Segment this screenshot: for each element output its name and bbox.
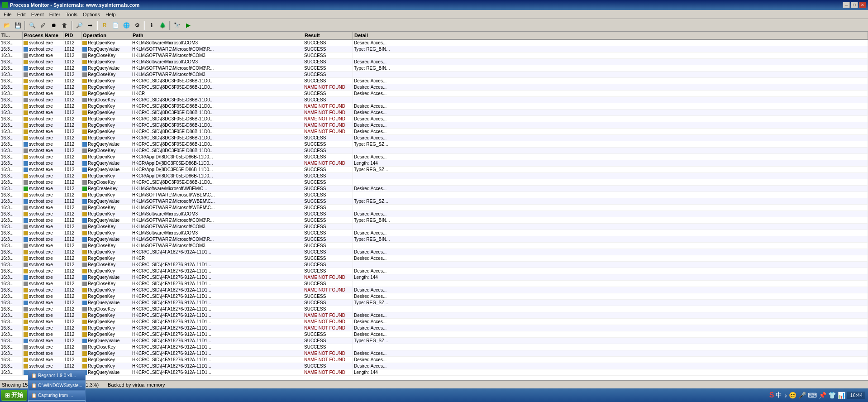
table-row[interactable]: 16:3... svchost.exe 1012 RegCloseKey HKC… bbox=[0, 306, 868, 312]
table-row[interactable]: 16:3... svchost.exe 1012 RegQueryValue H… bbox=[0, 236, 868, 243]
table-row[interactable]: 16:3... svchost.exe 1012 RegOpenKey HKCR… bbox=[0, 129, 868, 135]
table-row[interactable]: 16:3... svchost.exe 1012 RegOpenKey HKLM… bbox=[0, 230, 868, 236]
col-header-operation[interactable]: Operation bbox=[81, 32, 131, 39]
table-row[interactable]: 16:3... svchost.exe 1012 RegOpenKey HKCR… bbox=[0, 84, 868, 91]
open-button[interactable]: 📂 bbox=[2, 20, 12, 30]
table-row[interactable]: 16:3... svchost.exe 1012 RegOpenKey HKCR… bbox=[0, 293, 868, 300]
table-row[interactable]: 16:3... svchost.exe 1012 RegOpenKey HKLM… bbox=[0, 40, 868, 46]
table-row[interactable]: 16:3... svchost.exe 1012 RegCloseKey HKL… bbox=[0, 205, 868, 211]
table-row[interactable]: 16:3... svchost.exe 1012 RegCloseKey HKC… bbox=[0, 97, 868, 103]
table-row[interactable]: 16:3... svchost.exe 1012 RegOpenKey HKCR… bbox=[0, 78, 868, 84]
clear-button[interactable]: 🗑 bbox=[60, 20, 70, 30]
table-row[interactable]: 16:3... svchost.exe 1012 RegCloseKey HKL… bbox=[0, 224, 868, 230]
col-header-pid[interactable]: PID bbox=[63, 32, 81, 39]
highlight-button[interactable]: 🖊 bbox=[38, 20, 48, 30]
save-button[interactable]: 💾 bbox=[13, 20, 23, 30]
proc-filter-button[interactable]: ⚙ bbox=[132, 20, 142, 30]
table-row[interactable]: 16:3... svchost.exe 1012 RegOpenKey HKCR… bbox=[0, 116, 868, 122]
col-header-process[interactable]: Process Name bbox=[23, 32, 63, 39]
filter-button[interactable]: 🔍 bbox=[27, 20, 37, 30]
menu-item-event[interactable]: Event bbox=[29, 10, 47, 19]
minimize-button[interactable]: ─ bbox=[843, 2, 850, 8]
table-row[interactable]: 16:3... svchost.exe 1012 RegQueryValue H… bbox=[0, 274, 868, 281]
tray-icon-3[interactable]: 😊 bbox=[789, 392, 796, 399]
net-filter-button[interactable]: 🌐 bbox=[121, 20, 131, 30]
table-row[interactable]: 16:3... svchost.exe 1012 RegQueryValue H… bbox=[0, 198, 868, 205]
jump-button[interactable]: ➡ bbox=[85, 20, 95, 30]
tray-icon-5[interactable]: ⌨ bbox=[808, 392, 817, 399]
table-row[interactable]: 16:3... svchost.exe 1012 RegOpenKey HKCR… bbox=[0, 173, 868, 179]
table-row[interactable]: 16:3... svchost.exe 1012 RegOpenKey HKCR… bbox=[0, 325, 868, 331]
file-filter-button[interactable]: 📄 bbox=[110, 20, 120, 30]
taskbar-button[interactable]: 📋C:\WINDOWS\syste... bbox=[28, 380, 86, 390]
maximize-button[interactable]: □ bbox=[851, 2, 858, 8]
table-row[interactable]: 16:3... svchost.exe 1012 RegOpenKey HKCR… bbox=[0, 255, 868, 262]
table-row[interactable]: 16:3... svchost.exe 1012 RegQueryValue H… bbox=[0, 160, 868, 167]
table-row[interactable]: 16:3... svchost.exe 1012 RegCloseKey HKC… bbox=[0, 281, 868, 287]
col-header-detail[interactable]: Detail bbox=[353, 32, 868, 39]
table-row[interactable]: 16:3... svchost.exe 1012 RegQueryValue H… bbox=[0, 300, 868, 306]
table-row[interactable]: 16:3... svchost.exe 1012 RegOpenKey HKCR… bbox=[0, 135, 868, 141]
table-row[interactable]: 16:3... svchost.exe 1012 RegCloseKey HKL… bbox=[0, 243, 868, 249]
col-header-time[interactable]: Ti... bbox=[0, 32, 23, 39]
table-row[interactable]: 16:3... svchost.exe 1012 RegOpenKey HKCR… bbox=[0, 363, 868, 369]
start-button[interactable]: ⊞ 开始 bbox=[1, 390, 27, 401]
table-row[interactable]: 16:3... svchost.exe 1012 RegOpenKey HKCR… bbox=[0, 287, 868, 293]
table-row[interactable]: 16:3... svchost.exe 1012 RegOpenKey HKCR… bbox=[0, 331, 868, 338]
find-button[interactable]: 🔎 bbox=[74, 20, 84, 30]
menu-item-tools[interactable]: Tools bbox=[63, 10, 80, 19]
menu-item-file[interactable]: File bbox=[1, 10, 14, 19]
table-row[interactable]: 16:3... svchost.exe 1012 RegOpenKey HKCR… bbox=[0, 249, 868, 255]
table-row[interactable]: 16:3... svchost.exe 1012 RegQueryValue H… bbox=[0, 338, 868, 344]
taskbar-button[interactable]: 📋Capturing from ... bbox=[28, 390, 86, 400]
props-button[interactable]: ℹ bbox=[147, 20, 157, 30]
table-row[interactable]: 16:3... svchost.exe 1012 RegOpenKey HKCR… bbox=[0, 103, 868, 110]
menu-item-options[interactable]: Options bbox=[80, 10, 103, 19]
go-button[interactable]: ▶ bbox=[183, 20, 193, 30]
close-button[interactable]: ✕ bbox=[859, 2, 866, 8]
capture-button[interactable]: ⏺ bbox=[49, 20, 59, 30]
menu-item-edit[interactable]: Edit bbox=[14, 10, 29, 19]
menu-item-filter[interactable]: Filter bbox=[47, 10, 63, 19]
taskbar-button[interactable]: 📋Process Monitor -... bbox=[28, 400, 86, 402]
table-row[interactable]: 16:3... svchost.exe 1012 RegOpenKey HKLM… bbox=[0, 192, 868, 198]
table-row[interactable]: 16:3... svchost.exe 1012 RegOpenKey HKCR… bbox=[0, 319, 868, 325]
proc-tree-button[interactable]: 🌲 bbox=[157, 20, 167, 30]
tray-icon-6[interactable]: 📌 bbox=[819, 392, 826, 399]
tray-icon-2[interactable]: ♪ bbox=[784, 392, 787, 399]
tray-icon-7[interactable]: 👕 bbox=[828, 392, 836, 399]
table-row[interactable]: 16:3... svchost.exe 1012 RegOpenKey HKCR… bbox=[0, 154, 868, 160]
table-row[interactable]: 16:3... svchost.exe 1012 RegCloseKey HKC… bbox=[0, 344, 868, 350]
table-row[interactable]: 16:3... svchost.exe 1012 RegQueryValue H… bbox=[0, 141, 868, 148]
col-header-result[interactable]: Result bbox=[303, 32, 353, 39]
col-header-path[interactable]: Path bbox=[131, 32, 303, 39]
table-row[interactable]: 16:3... svchost.exe 1012 RegOpenKey HKCR… bbox=[0, 268, 868, 274]
table-row[interactable]: 16:3... svchost.exe 1012 RegCloseKey HKL… bbox=[0, 72, 868, 78]
table-row[interactable]: 16:3... svchost.exe 1012 RegCloseKey HKL… bbox=[0, 53, 868, 59]
sogou-icon[interactable]: S bbox=[769, 391, 774, 399]
table-row[interactable]: 16:3... svchost.exe 1012 RegQueryValue H… bbox=[0, 369, 868, 376]
table-row[interactable]: 16:3... svchost.exe 1012 RegCloseKey HKC… bbox=[0, 148, 868, 154]
binoculars-button[interactable]: 🔭 bbox=[172, 20, 182, 30]
tray-icon-4[interactable]: 🎤 bbox=[798, 392, 806, 399]
table-row[interactable]: 16:3... svchost.exe 1012 RegOpenKey HKLM… bbox=[0, 211, 868, 217]
table-row[interactable]: 16:3... svchost.exe 1012 RegCreateKey HK… bbox=[0, 186, 868, 192]
table-row[interactable]: 16:3... svchost.exe 1012 RegOpenKey HKCR… bbox=[0, 357, 868, 363]
table-row[interactable]: 16:3... svchost.exe 1012 RegOpenKey HKCR… bbox=[0, 350, 868, 357]
table-row[interactable]: 16:3... svchost.exe 1012 RegOpenKey HKCR… bbox=[0, 110, 868, 116]
table-row[interactable]: 16:3... svchost.exe 1012 RegQueryValue H… bbox=[0, 65, 868, 72]
table-row[interactable]: 16:3... svchost.exe 1012 RegCloseKey HKC… bbox=[0, 179, 868, 186]
table-row[interactable]: 16:3... svchost.exe 1012 RegQueryValue H… bbox=[0, 167, 868, 173]
table-row[interactable]: 16:3... svchost.exe 1012 RegQueryValue H… bbox=[0, 217, 868, 224]
table-row[interactable]: 16:3... svchost.exe 1012 RegCloseKey HKC… bbox=[0, 262, 868, 268]
ime-icon[interactable]: 中 bbox=[776, 391, 782, 399]
table-row[interactable]: 16:3... svchost.exe 1012 RegOpenKey HKCR… bbox=[0, 122, 868, 129]
table-row[interactable]: 16:3... svchost.exe 1012 RegQueryValue H… bbox=[0, 46, 868, 53]
table-row[interactable]: 16:3... svchost.exe 1012 RegOpenKey HKCR… bbox=[0, 312, 868, 319]
tray-icon-8[interactable]: 📊 bbox=[838, 392, 845, 399]
taskbar-button[interactable]: 📋Regshot 1.9.0 x8... bbox=[28, 370, 86, 380]
reg-filter-button[interactable]: R bbox=[100, 20, 110, 30]
table-row[interactable]: 16:3... svchost.exe 1012 RegOpenKey HKLM… bbox=[0, 59, 868, 65]
table-row[interactable]: 16:3... svchost.exe 1012 RegOpenKey HKCR… bbox=[0, 91, 868, 97]
menu-item-help[interactable]: Help bbox=[103, 10, 119, 19]
